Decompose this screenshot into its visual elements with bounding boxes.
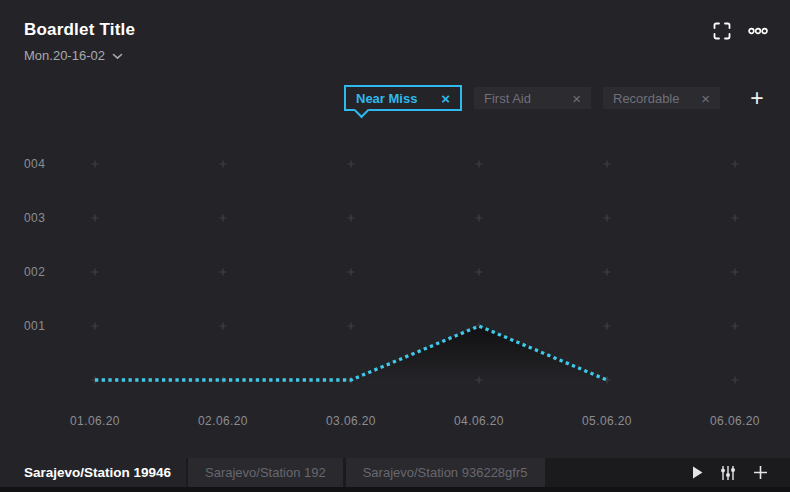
y-axis-tick-label: 001 bbox=[24, 319, 45, 333]
x-axis-tick-label: 03.06.20 bbox=[326, 414, 376, 428]
grid-plus-markers bbox=[92, 161, 739, 384]
station-tab-bar: Sarajevo/Station 19946 Sarajevo/Station … bbox=[0, 458, 790, 487]
y-axis-tick-label: 004 bbox=[24, 157, 45, 171]
tab-station-192[interactable]: Sarajevo/Station 192 bbox=[188, 458, 343, 487]
tab-station-19946[interactable]: Sarajevo/Station 19946 bbox=[0, 458, 186, 487]
x-axis-tick-label: 06.06.20 bbox=[710, 414, 760, 428]
footer-bottom-strip bbox=[0, 487, 790, 492]
y-axis-tick-label: 002 bbox=[24, 265, 45, 279]
series-area-shadow bbox=[95, 326, 607, 380]
boardlet-widget: Boardlet Title Mon.20-16-02 Near Miss × bbox=[0, 0, 790, 492]
tab-station-936228gfr5[interactable]: Sarajevo/Station 936228gfr5 bbox=[346, 458, 545, 487]
x-axis-tick-label: 05.06.20 bbox=[582, 414, 632, 428]
tab-bar-spacer bbox=[545, 458, 693, 487]
chart-canvas: 00400300200101.06.2002.06.2003.06.2004.0… bbox=[0, 0, 790, 445]
play-icon[interactable] bbox=[692, 466, 703, 479]
footer-actions bbox=[692, 458, 768, 487]
x-axis-tick-label: 01.06.20 bbox=[70, 414, 120, 428]
y-axis-tick-label: 003 bbox=[24, 211, 45, 225]
x-axis-tick-label: 02.06.20 bbox=[198, 414, 248, 428]
x-axis-tick-label: 04.06.20 bbox=[454, 414, 504, 428]
footer: Sarajevo/Station 19946 Sarajevo/Station … bbox=[0, 458, 790, 492]
add-station-icon[interactable] bbox=[753, 465, 768, 480]
sliders-icon[interactable] bbox=[720, 465, 736, 481]
